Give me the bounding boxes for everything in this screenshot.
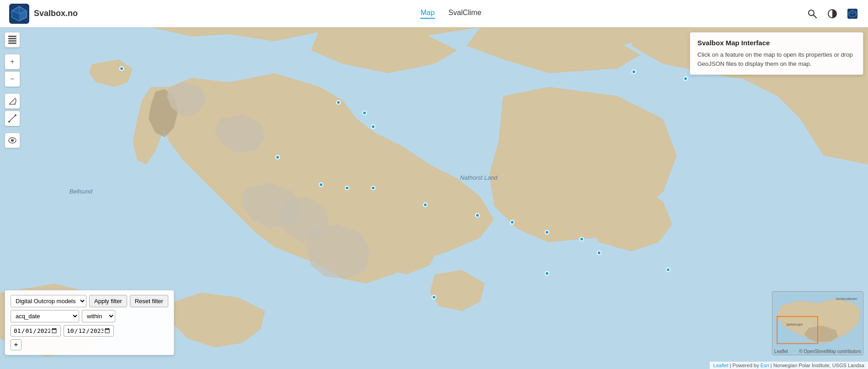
svg-rect-18: [8, 38, 16, 39]
measure-distance-button[interactable]: [5, 111, 20, 126]
logo-icon: [9, 4, 29, 24]
map-container[interactable]: Bellsund Nathorst Land + −: [0, 27, 868, 369]
data-point[interactable]: [683, 76, 688, 81]
nav-svalclime[interactable]: SvalClime: [449, 9, 482, 19]
field-select[interactable]: acq_date: [11, 310, 79, 322]
data-point[interactable]: [510, 220, 514, 225]
leaflet-link[interactable]: Leaflet: [713, 363, 729, 368]
attribution-bar: Leaflet | Powered by Esri | Norwegian Po…: [710, 362, 868, 369]
data-point[interactable]: [275, 155, 280, 160]
data-point[interactable]: [362, 111, 367, 115]
reset-filter-button[interactable]: Reset filter: [130, 295, 168, 307]
data-point[interactable]: [545, 271, 549, 276]
svg-rect-20: [8, 43, 16, 44]
data-point[interactable]: [345, 186, 349, 190]
zoom-in-button[interactable]: +: [5, 54, 20, 70]
measure-angle-button[interactable]: [5, 93, 20, 109]
svg-text:Nordaustlandet: Nordaustlandet: [836, 297, 857, 300]
add-filter-button[interactable]: +: [11, 339, 21, 350]
data-point[interactable]: [319, 182, 323, 187]
filter-row-3: [11, 325, 168, 337]
svg-text:Spitsbergen: Spitsbergen: [786, 323, 803, 326]
data-point[interactable]: [666, 267, 670, 272]
data-point[interactable]: [371, 186, 375, 190]
data-point[interactable]: [432, 295, 436, 299]
apply-filter-button[interactable]: Apply filter: [89, 295, 127, 307]
mini-map-osm: © OpenStreetMap contributors: [799, 349, 861, 354]
attribution-sep1: | Powered by: [730, 363, 761, 368]
filter-row-4: +: [11, 339, 168, 350]
svg-line-9: [814, 15, 817, 18]
esri-link[interactable]: Esri: [761, 363, 769, 368]
data-point[interactable]: [632, 70, 636, 74]
filter-panel: Digital Outcrop models Apply filter Rese…: [5, 290, 174, 355]
attribution-sep2: | Norwegian Polar Institute, USGS Landsa: [771, 363, 864, 368]
logo-area: Svalbox.no: [9, 4, 78, 24]
data-point[interactable]: [423, 203, 428, 207]
mini-map-leaflet: Leaflet: [774, 349, 788, 354]
info-panel-description: Click on a feature on the map to open it…: [697, 50, 856, 68]
data-point[interactable]: [371, 124, 375, 129]
data-point[interactable]: [579, 237, 584, 241]
mini-map: Nordaustlandet Spitsbergen Leaflet © Ope…: [772, 291, 863, 355]
left-toolbar: + −: [5, 32, 20, 148]
svg-point-27: [11, 139, 14, 142]
svg-point-25: [15, 114, 16, 116]
layers-button[interactable]: [5, 32, 20, 48]
info-panel: Svalbox Map Interface Click on a feature…: [690, 32, 863, 75]
date-from-input[interactable]: [11, 325, 61, 337]
filter-row-2: acq_date within equals before after: [11, 310, 168, 322]
logo-text: Svalbox.no: [34, 9, 78, 18]
visibility-button[interactable]: [5, 133, 20, 148]
box-icon[interactable]: [846, 7, 859, 20]
header-icons: [806, 7, 859, 20]
svg-rect-17: [8, 36, 16, 37]
data-point[interactable]: [597, 251, 601, 255]
data-point[interactable]: [336, 100, 341, 105]
svg-point-24: [8, 121, 10, 123]
data-point[interactable]: [119, 66, 124, 71]
svg-rect-19: [8, 40, 16, 42]
zoom-out-button[interactable]: −: [5, 71, 20, 87]
main-nav: Map SvalClime: [96, 9, 806, 19]
layer-select[interactable]: Digital Outcrop models: [11, 295, 86, 307]
svg-line-23: [9, 115, 16, 122]
info-panel-title: Svalbox Map Interface: [697, 39, 856, 47]
nav-map[interactable]: Map: [420, 9, 434, 19]
mini-map-svg: Nordaustlandet Spitsbergen: [772, 292, 863, 355]
data-point[interactable]: [475, 213, 480, 218]
data-point[interactable]: [545, 230, 549, 235]
filter-row-1: Digital Outcrop models Apply filter Rese…: [11, 295, 168, 307]
svg-line-21: [9, 98, 16, 104]
contrast-icon[interactable]: [826, 7, 839, 20]
search-icon[interactable]: [806, 7, 819, 20]
operator-select[interactable]: within equals before after: [82, 310, 115, 322]
header: Svalbox.no Map SvalClime: [0, 0, 868, 27]
date-to-input[interactable]: [64, 325, 114, 337]
